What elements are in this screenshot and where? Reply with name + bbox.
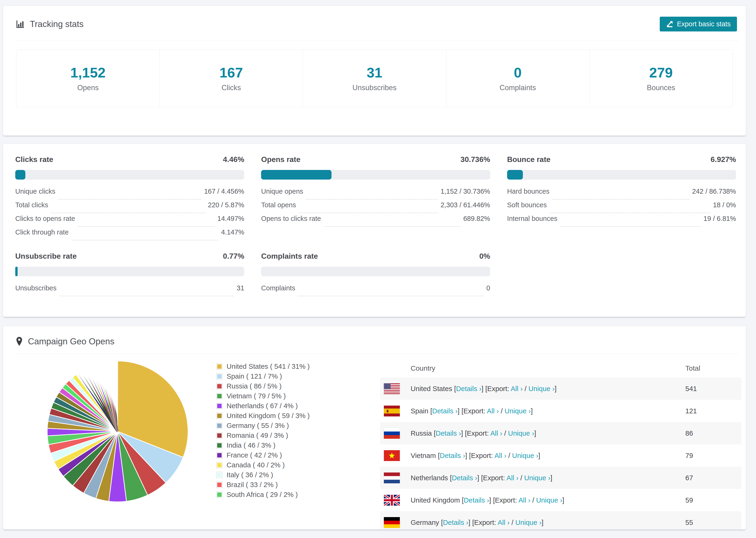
- legend-item-canada: Canada ( 40 / 2% ): [216, 460, 310, 470]
- separator-text: /: [530, 496, 536, 504]
- export-all-link[interactable]: All ›: [498, 518, 510, 526]
- geo-pie-chart: [42, 356, 193, 507]
- rate-value: 30.736%: [460, 155, 490, 164]
- vn-flag-icon: [384, 450, 400, 461]
- legend-swatch: [216, 482, 223, 488]
- country-row-ru: Russia [Details ›] [Export: All › / Uniq…: [380, 422, 741, 444]
- total-cell: 541: [685, 385, 697, 393]
- stat-label: Unsubscribes: [352, 83, 397, 92]
- bracket-text: ]: [534, 429, 536, 437]
- bracket-text: ]: [489, 496, 493, 504]
- rate-detail-value: 31: [237, 284, 244, 292]
- export-all-link[interactable]: All ›: [511, 385, 523, 393]
- legend-item-france: France ( 42 / 2% ): [216, 450, 310, 460]
- legend-item-spain: Spain ( 121 / 7% ): [216, 371, 310, 381]
- dotted-leader: [552, 199, 689, 199]
- rate-detail-row: Opens to clicks rate689.82%: [261, 215, 490, 228]
- bracket-text: ]: [555, 385, 557, 393]
- legend-item-india: India ( 46 / 3% ): [216, 440, 310, 450]
- rate-detail-row: Total clicks220 / 5.87%: [15, 201, 244, 215]
- legend-item-vietnam: Vietnam ( 79 / 5% ): [216, 391, 310, 401]
- pie-legend: United States ( 541 / 31% )Spain ( 121 /…: [216, 361, 310, 500]
- de-flag-icon: [384, 517, 400, 528]
- gb-flag-icon: [384, 495, 400, 506]
- export-unique-link[interactable]: Unique ›: [524, 474, 551, 482]
- bracket-text: ]: [477, 474, 481, 482]
- rate-detail-row: Soft bounces18 / 0%: [507, 201, 736, 215]
- legend-swatch: [216, 452, 223, 458]
- export-unique-link[interactable]: Unique ›: [512, 452, 538, 459]
- bracket-text: [: [441, 518, 443, 526]
- es-flag-icon: [384, 405, 400, 416]
- rate-detail-rows: Hard bounces242 / 86.738%Soft bounces18 …: [507, 188, 736, 228]
- legend-label: Netherlands ( 67 / 4% ): [227, 402, 298, 410]
- bracket-text: ]: [550, 474, 552, 482]
- legend-label: India ( 46 / 3% ): [227, 441, 275, 449]
- legend-item-russia: Russia ( 86 / 5% ): [216, 381, 310, 391]
- export-all-link[interactable]: All ›: [490, 429, 502, 437]
- nl-flag-icon: [384, 472, 400, 483]
- country-name: United States: [411, 385, 454, 393]
- country-name: Spain: [411, 407, 430, 415]
- ru-flag-icon: [384, 428, 400, 439]
- rate-detail-value: 2,303 / 61.446%: [441, 201, 490, 209]
- legend-item-south-africa: South Africa ( 29 / 2% ): [216, 490, 310, 500]
- tracking-stats-card: Tracking stats Export basic stats 1,152O…: [3, 6, 746, 136]
- rate-section-complaints-rate: Complaints rate0%Complaints0: [261, 252, 490, 298]
- rate-value: 0%: [479, 252, 490, 260]
- rate-progress-track: [261, 267, 490, 276]
- rate-title: Complaints rate: [261, 252, 318, 260]
- dotted-leader: [324, 226, 460, 227]
- total-cell: 79: [685, 452, 693, 459]
- country-name: United Kingdom: [411, 496, 462, 504]
- country-cell-text: Vietnam [Details ›] [Export: All › / Uni…: [411, 452, 540, 459]
- export-all-link[interactable]: All ›: [487, 407, 499, 415]
- stat-label: Bounces: [647, 83, 675, 92]
- country-row-de: Germany [Details ›] [Export: All › / Uni…: [380, 511, 741, 529]
- details-link[interactable]: Details ›: [443, 518, 468, 526]
- country-cell-text: United Kingdom [Details ›] [Export: All …: [411, 496, 564, 504]
- country-name: Germany: [411, 518, 441, 526]
- export-unique-link[interactable]: Unique ›: [515, 518, 542, 526]
- bracket-text: ]: [531, 407, 533, 415]
- geo-card-title: Campaign Geo Opens: [15, 336, 114, 347]
- export-all-link[interactable]: All ›: [495, 452, 507, 459]
- tracking-card-header: Tracking stats Export basic stats: [3, 6, 746, 31]
- export-unique-link[interactable]: Unique ›: [508, 429, 534, 437]
- bracket-text: [: [434, 429, 436, 437]
- legend-swatch: [216, 462, 223, 468]
- rate-title: Opens rate: [261, 155, 300, 164]
- bracket-text: ]: [538, 452, 540, 459]
- details-link[interactable]: Details ›: [440, 452, 465, 459]
- rate-detail-rows: Unique opens1,152 / 30.736%Total opens2,…: [261, 188, 490, 228]
- stat-box-clicks: 167Clicks: [160, 50, 303, 107]
- dotted-leader: [299, 213, 438, 213]
- us-flag-icon: [384, 383, 400, 394]
- rate-section-bounce-rate: Bounce rate6.927%Hard bounces242 / 86.73…: [507, 155, 736, 242]
- details-link[interactable]: Details ›: [464, 496, 489, 504]
- export-all-link[interactable]: All ›: [518, 496, 530, 504]
- rate-detail-label: Soft bounces: [507, 201, 547, 209]
- export-basic-stats-button[interactable]: Export basic stats: [660, 17, 737, 31]
- export-unique-link[interactable]: Unique ›: [536, 496, 563, 504]
- export-unique-link[interactable]: Unique ›: [528, 385, 555, 393]
- rate-title: Unsubscribe rate: [15, 252, 77, 260]
- legend-item-united-kingdom: United Kingdom ( 59 / 3% ): [216, 411, 310, 421]
- column-header-total: Total: [685, 364, 700, 372]
- details-link[interactable]: Details ›: [452, 474, 477, 482]
- country-cell-text: Spain [Details ›] [Export: All › / Uniqu…: [411, 407, 533, 415]
- stats-summary-row: 1,152Opens167Clicks31Unsubscribes0Compla…: [16, 50, 733, 107]
- separator-text: /: [518, 474, 524, 482]
- rate-progress-fill: [15, 267, 18, 276]
- export-all-link[interactable]: All ›: [507, 474, 518, 482]
- bar-chart-icon: [15, 19, 25, 29]
- export-unique-link[interactable]: Unique ›: [505, 407, 531, 415]
- details-link[interactable]: Details ›: [436, 429, 461, 437]
- country-row-vn: Vietnam [Details ›] [Export: All › / Uni…: [380, 444, 741, 467]
- separator-text: /: [507, 452, 512, 459]
- export-prefix-text: [Export:: [465, 429, 490, 437]
- details-link[interactable]: Details ›: [432, 407, 458, 415]
- total-cell: 55: [685, 518, 693, 526]
- details-link[interactable]: Details ›: [456, 385, 482, 393]
- export-prefix-text: [Export:: [469, 452, 495, 459]
